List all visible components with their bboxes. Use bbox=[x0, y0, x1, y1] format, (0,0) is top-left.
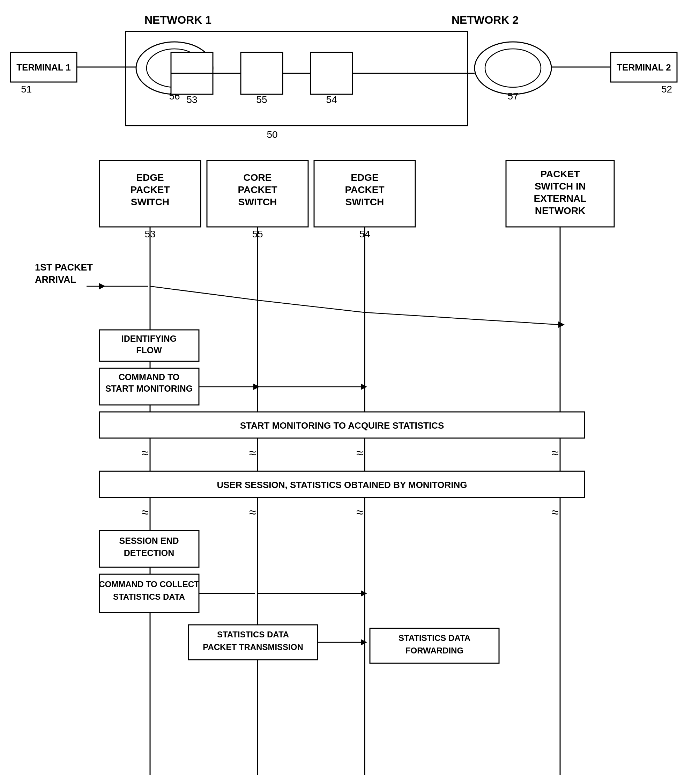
col-edge2-box bbox=[314, 161, 415, 227]
network1-cloud-inner bbox=[146, 49, 202, 87]
col-edge2-line3: SWITCH bbox=[345, 196, 384, 208]
cmd-start-line2: START MONITORING bbox=[105, 384, 192, 394]
break2-edge2: ≈ bbox=[356, 505, 363, 519]
network2-label: NETWORK 2 bbox=[452, 13, 519, 26]
session-end-line2: DETECTION bbox=[124, 548, 174, 558]
terminal1-label: TERMINAL 1 bbox=[16, 62, 71, 72]
break1-core: ≈ bbox=[249, 446, 256, 460]
stats-fwd-line2: FORWARDING bbox=[406, 646, 464, 655]
node54-num: 54 bbox=[326, 94, 337, 105]
switch55-box bbox=[241, 53, 283, 94]
col-ext-line2: SWITCH IN bbox=[534, 181, 585, 192]
break1-ext: ≈ bbox=[552, 446, 559, 460]
col-ext-line3: EXTERNAL bbox=[534, 193, 587, 204]
col-core-line1: CORE bbox=[243, 172, 272, 183]
col-edge2-line1: EDGE bbox=[351, 172, 378, 183]
core-box-num: 50 bbox=[266, 129, 278, 140]
stats-packet-box bbox=[189, 625, 317, 660]
stats-fwd-box bbox=[370, 628, 499, 663]
terminal1-box bbox=[10, 53, 77, 82]
terminal1-num: 51 bbox=[21, 84, 32, 95]
col-core-line2: PACKET bbox=[238, 184, 277, 195]
user-session-text: USER SESSION, STATISTICS OBTAINED BY MON… bbox=[217, 479, 467, 490]
node55-num: 55 bbox=[256, 94, 267, 105]
packet-arrow-diag3 bbox=[365, 313, 558, 324]
main-svg: NETWORK 1 NETWORK 2 TERMINAL 1 51 TERMIN… bbox=[0, 0, 692, 784]
session-end-box bbox=[99, 530, 199, 567]
cmd-arrow-head2 bbox=[361, 384, 367, 390]
break1-edge2: ≈ bbox=[356, 446, 363, 460]
col-external-box bbox=[506, 161, 614, 227]
col-core-line3: SWITCH bbox=[238, 196, 277, 208]
col-edge1-line3: SWITCH bbox=[131, 196, 169, 208]
break2-ext: ≈ bbox=[552, 505, 559, 519]
col-edge1-box bbox=[99, 161, 201, 227]
network1-cloud-outer bbox=[136, 42, 213, 94]
switch54-box bbox=[311, 53, 352, 94]
cmd-start-box bbox=[99, 368, 199, 405]
diagram-container: NETWORK 1 NETWORK 2 TERMINAL 1 51 TERMIN… bbox=[0, 0, 692, 784]
node56-num: 56 bbox=[169, 91, 180, 102]
packet-arrival-line1: 1ST PACKET bbox=[35, 262, 93, 273]
cmd-arrow-head1 bbox=[253, 384, 260, 390]
col-ext-line4: NETWORK bbox=[535, 205, 585, 216]
cmd-collect-box bbox=[99, 574, 199, 613]
col-edge2-line2: PACKET bbox=[345, 184, 384, 195]
id-flow-line1: IDENTIFYING bbox=[122, 334, 177, 344]
break2-core: ≈ bbox=[249, 505, 256, 519]
start-monitoring-box bbox=[99, 412, 585, 438]
packet-arrival-line2: ARRIVAL bbox=[35, 274, 76, 285]
seq-num-53: 53 bbox=[145, 229, 155, 239]
stats-arrow-head bbox=[361, 639, 367, 646]
network2-cloud-outer bbox=[475, 42, 551, 94]
col-ext-line1: PACKET bbox=[540, 169, 580, 180]
seq-num-54: 54 bbox=[359, 229, 370, 239]
stats-fwd-line1: STATISTICS DATA bbox=[398, 633, 470, 642]
cmd-start-line1: COMMAND TO bbox=[118, 372, 180, 382]
stats-packet-line2: PACKET TRANSMISSION bbox=[203, 642, 303, 652]
packet-arrow-diag1 bbox=[150, 286, 258, 300]
id-flow-line2: FLOW bbox=[136, 345, 162, 355]
packet-arrow-head bbox=[558, 321, 565, 328]
col-edge1-line2: PACKET bbox=[130, 184, 169, 195]
cmd-collect-line2: STATISTICS DATA bbox=[113, 592, 185, 601]
break2-edge1: ≈ bbox=[142, 505, 149, 519]
network1-label: NETWORK 1 bbox=[145, 13, 212, 26]
start-monitoring-text: START MONITORING TO ACQUIRE STATISTICS bbox=[240, 420, 444, 431]
network2-cloud-inner bbox=[485, 49, 541, 87]
node53-num: 53 bbox=[186, 94, 197, 105]
packet-arrow-diag2 bbox=[258, 300, 365, 313]
cmd-collect-line1: COMMAND TO COLLECT bbox=[99, 580, 199, 589]
terminal2-label: TERMINAL 2 bbox=[616, 62, 671, 72]
seq-num-55: 55 bbox=[252, 229, 263, 239]
collect-arrow-head bbox=[361, 590, 367, 596]
stats-packet-line1: STATISTICS DATA bbox=[217, 630, 289, 639]
node57-num: 57 bbox=[507, 91, 518, 102]
session-end-line1: SESSION END bbox=[119, 536, 179, 545]
core-network-rect bbox=[126, 31, 468, 126]
user-session-box bbox=[99, 471, 585, 497]
terminal2-num: 52 bbox=[661, 84, 672, 95]
terminal2-box bbox=[611, 53, 677, 82]
col-edge1-line1: EDGE bbox=[136, 172, 164, 183]
identifying-flow-box bbox=[99, 330, 199, 361]
break1-edge1: ≈ bbox=[142, 446, 149, 460]
label-arrow-head bbox=[99, 283, 105, 289]
col-core-box bbox=[207, 161, 308, 227]
switch53-box bbox=[171, 53, 213, 94]
